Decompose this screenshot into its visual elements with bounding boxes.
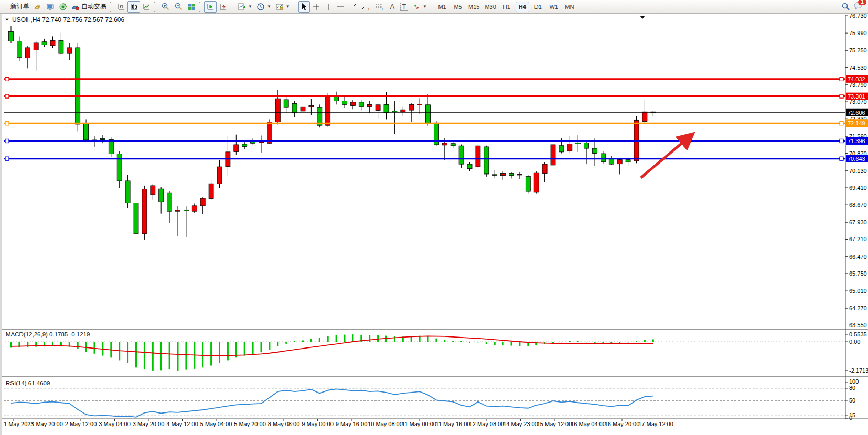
- new-order-button[interactable]: 新订单: [8, 1, 31, 13]
- svg-text:100: 100: [849, 378, 859, 385]
- svg-text:9 May 16:00: 9 May 16:00: [336, 421, 368, 427]
- text-tool-button[interactable]: A: [387, 1, 398, 13]
- svg-text:74.032: 74.032: [848, 76, 865, 82]
- toolbar-grip: [110, 2, 112, 12]
- timeframe-button-M30[interactable]: M30: [483, 2, 497, 12]
- crosshair-icon: [312, 3, 320, 11]
- search-icon[interactable]: [841, 2, 850, 11]
- bar-chart-button[interactable]: [115, 1, 127, 13]
- toolbar-grip: [294, 2, 296, 12]
- zoom-in-icon: [161, 2, 170, 11]
- svg-text:5 May 20:00: 5 May 20:00: [234, 421, 266, 427]
- notification-count-badge: 1: [858, 0, 866, 5]
- periods-button[interactable]: ▼: [254, 1, 273, 13]
- trendline-tool-button[interactable]: [347, 1, 359, 13]
- svg-text:70.130: 70.130: [849, 168, 867, 174]
- zoom-in-button[interactable]: [159, 1, 172, 13]
- toolbar-grip: [199, 2, 201, 12]
- svg-text:0.00: 0.00: [849, 339, 860, 345]
- timeframe-group: M1M5M15M30H1H4D1W1MN: [435, 2, 576, 12]
- chart-canvas[interactable]: USOil-,H4 72.740 72.756 72.567 72.606 MA…: [2, 14, 868, 435]
- toolbar-grip: [154, 2, 156, 12]
- timeframe-button-D1[interactable]: D1: [531, 2, 545, 12]
- tile-windows-icon: [187, 3, 196, 11]
- svg-text:69.410: 69.410: [849, 184, 867, 191]
- notifications-button[interactable]: 1: [853, 2, 863, 12]
- macd-label: MACD(12,26,9) 0.1785 -0.1219: [6, 331, 90, 338]
- svg-text:14 May 23:00: 14 May 23:00: [503, 421, 538, 427]
- clock-icon: [256, 3, 265, 11]
- template-icon: [275, 3, 284, 11]
- cursor-tool-button[interactable]: [298, 1, 310, 13]
- timeframe-button-M1[interactable]: M1: [435, 2, 449, 12]
- text-label-tool-button[interactable]: T: [398, 1, 410, 13]
- timeframe-button-H4[interactable]: H4: [516, 2, 529, 12]
- timeframe-button-MN[interactable]: MN: [563, 2, 576, 12]
- svg-text:4 May 12:00: 4 May 12:00: [166, 421, 198, 427]
- svg-text:67.930: 67.930: [849, 219, 867, 225]
- svg-text:74.530: 74.530: [849, 64, 867, 71]
- signals-icon-button[interactable]: [57, 1, 69, 13]
- svg-text:3 May 20:00: 3 May 20:00: [133, 421, 165, 427]
- text-tool-icon: A: [390, 3, 394, 10]
- svg-text:10 May 08:00: 10 May 08:00: [368, 421, 403, 427]
- signal-icon: [59, 3, 67, 11]
- accounts-icon-button[interactable]: [44, 1, 57, 13]
- svg-text:72.149: 72.149: [848, 120, 865, 126]
- cursor-icon: [301, 3, 308, 11]
- svg-text:15 May 12:00: 15 May 12:00: [537, 421, 572, 427]
- svg-text:E: E: [368, 7, 371, 11]
- svg-text:64.270: 64.270: [849, 305, 867, 311]
- zoom-out-icon: [174, 2, 183, 11]
- channel-tool-button[interactable]: E: [359, 1, 373, 13]
- timeframe-button-H1[interactable]: H1: [500, 2, 513, 12]
- new-order-label: 新订单: [10, 2, 29, 11]
- chart-background: [2, 14, 868, 435]
- svg-text:17 May 12:00: 17 May 12:00: [638, 421, 673, 427]
- svg-text:1 May 2023: 1 May 2023: [4, 421, 34, 427]
- svg-text:75.990: 75.990: [849, 30, 867, 36]
- fibonacci-tool-button[interactable]: F: [373, 1, 387, 13]
- timeframe-button-M15[interactable]: M15: [467, 2, 481, 12]
- horizontal-line-tool-button[interactable]: [334, 1, 347, 13]
- svg-text:5 May 04:00: 5 May 04:00: [200, 421, 232, 427]
- zoom-out-button[interactable]: [172, 1, 185, 13]
- deposit-icon-button[interactable]: [31, 1, 44, 13]
- timeframe-button-M5[interactable]: M5: [451, 2, 465, 12]
- svg-text:73.301: 73.301: [848, 93, 865, 100]
- svg-text:F: F: [382, 7, 384, 11]
- trendline-icon: [349, 3, 357, 11]
- indicators-button[interactable]: ▼: [235, 1, 254, 13]
- auto-scroll-button[interactable]: [204, 1, 217, 13]
- svg-text:12 May 08:00: 12 May 08:00: [469, 421, 505, 427]
- crosshair-tool-button[interactable]: [310, 1, 323, 13]
- rsi-label: RSI(14) 61.4609: [6, 380, 50, 386]
- svg-text:71.396: 71.396: [848, 138, 865, 144]
- arrows-tool-button[interactable]: ▼: [410, 1, 429, 13]
- candlestick-chart-button[interactable]: [127, 1, 140, 13]
- chart-shift-button[interactable]: [217, 1, 229, 13]
- monitor-icon: [46, 3, 55, 11]
- svg-text:2 May 12:00: 2 May 12:00: [65, 421, 97, 427]
- svg-text:66.470: 66.470: [849, 254, 867, 260]
- autotrading-label: 自动交易: [81, 2, 106, 11]
- vertical-line-tool-button[interactable]: [323, 1, 334, 13]
- svg-text:80: 80: [849, 385, 855, 391]
- timeframe-button-W1[interactable]: W1: [547, 2, 561, 12]
- autotrading-button[interactable]: 自动交易: [69, 1, 109, 13]
- chart-title: USOil-,H4 72.740 72.756 72.567 72.606: [5, 16, 124, 24]
- bar-chart-icon: [117, 3, 125, 11]
- svg-text:0: 0: [849, 415, 852, 421]
- vertical-line-icon: [325, 3, 331, 11]
- svg-text:0.5535: 0.5535: [849, 331, 867, 338]
- toolbar-grip: [431, 2, 433, 12]
- toolbar: 新订单 自动交易 ▼ ▼: [0, 0, 868, 14]
- arrows-icon: [412, 3, 421, 11]
- templates-button[interactable]: ▼: [273, 1, 292, 13]
- svg-text:-2.1713: -2.1713: [849, 367, 868, 374]
- svg-text:67.210: 67.210: [849, 236, 867, 242]
- chevron-down-icon: ▼: [267, 4, 271, 9]
- line-chart-button[interactable]: [140, 1, 153, 13]
- svg-text:9 May 00:00: 9 May 00:00: [302, 421, 334, 427]
- tile-windows-button[interactable]: [185, 1, 198, 13]
